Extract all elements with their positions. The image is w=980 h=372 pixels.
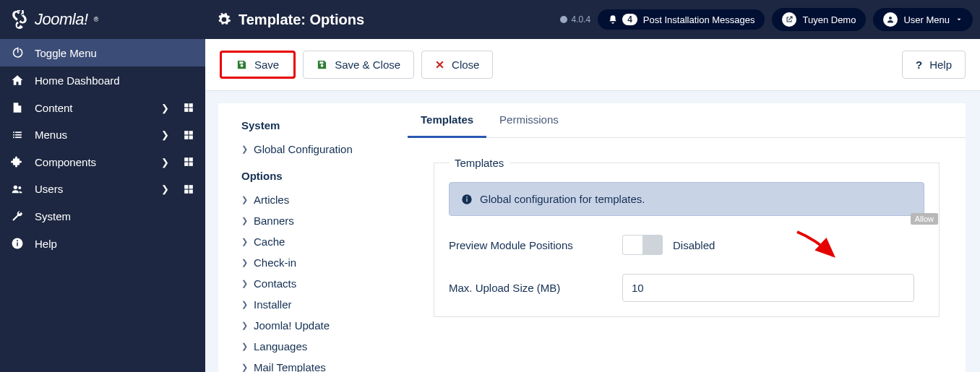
max-upload-input[interactable]	[622, 274, 914, 302]
svg-point-20	[14, 185, 17, 189]
save-button[interactable]: Save	[220, 51, 296, 79]
panel-item-global-config[interactable]: ❯Global Configuration	[241, 139, 408, 160]
chevron-right-icon: ❯	[241, 144, 248, 154]
help-button[interactable]: ? Help	[902, 51, 966, 79]
tab-bar: Templates Permissions	[408, 103, 966, 138]
chevron-right-icon: ❯	[241, 279, 248, 288]
tab-templates[interactable]: Templates	[408, 103, 486, 138]
chevron-right-icon: ❯	[241, 237, 248, 246]
svg-rect-3	[189, 103, 193, 107]
svg-rect-17	[189, 157, 193, 161]
sidebar-item-label: Home Dashboard	[35, 74, 120, 87]
svg-rect-5	[189, 108, 193, 112]
svg-rect-30	[466, 198, 467, 202]
demo-link-button[interactable]: Tuyen Demo	[772, 8, 866, 31]
sidebar-item-users[interactable]: Users ❯	[0, 176, 205, 202]
panel-item[interactable]: ❯Languages	[241, 336, 408, 357]
svg-rect-25	[189, 189, 193, 193]
sidebar-item-system[interactable]: System	[0, 202, 205, 230]
sidebar-item-home-dashboard[interactable]: Home Dashboard	[0, 66, 205, 94]
sidebar-item-help[interactable]: Help	[0, 230, 205, 257]
chevron-right-icon: ❯	[241, 363, 248, 372]
sidebar-item-label: System	[35, 210, 71, 222]
sidebar: Toggle Menu Home Dashboard Content ❯ Men…	[0, 39, 205, 372]
sidebar-item-toggle-menu[interactable]: Toggle Menu	[0, 39, 205, 66]
page-title: Template: Options	[205, 12, 364, 28]
sidebar-item-components[interactable]: Components ❯	[0, 148, 205, 176]
grid-icon[interactable]	[184, 103, 194, 113]
sidebar-item-label: Toggle Menu	[35, 47, 97, 59]
svg-point-1	[889, 17, 892, 20]
notifications-button[interactable]: 4 Post Installation Messages	[598, 9, 765, 30]
external-link-icon	[785, 15, 794, 24]
panel-item[interactable]: ❯Joomla! Update	[241, 315, 408, 336]
grid-icon[interactable]	[184, 130, 194, 140]
user-icon	[886, 15, 895, 24]
panel-item[interactable]: ❯Installer	[241, 294, 408, 315]
svg-point-28	[17, 240, 18, 241]
allow-badge: Allow	[911, 213, 938, 225]
save-icon	[317, 59, 327, 70]
sidebar-item-menus[interactable]: Menus ❯	[0, 121, 205, 148]
sidebar-item-label: Components	[35, 156, 96, 168]
panel-item[interactable]: ❯Mail Templates	[241, 357, 408, 372]
gear-icon	[217, 12, 231, 27]
sidebar-item-label: Users	[35, 183, 63, 195]
chevron-right-icon: ❯	[241, 258, 248, 267]
toggle-state-text: Disabled	[673, 239, 715, 251]
joomla-mini-icon	[559, 15, 568, 24]
joomla-icon	[10, 10, 29, 29]
users-icon	[10, 183, 25, 195]
sidebar-item-label: Help	[35, 238, 57, 250]
close-icon	[435, 60, 444, 69]
chevron-right-icon: ❯	[161, 183, 169, 194]
sidebar-item-content[interactable]: Content ❯	[0, 94, 205, 121]
svg-rect-2	[184, 103, 188, 107]
info-circle-icon	[461, 194, 473, 205]
chevron-right-icon: ❯	[241, 300, 248, 309]
panel-item[interactable]: ❯Contacts	[241, 273, 408, 294]
home-icon	[10, 74, 25, 87]
sidebar-item-label: Menus	[35, 129, 67, 141]
svg-rect-4	[184, 108, 188, 112]
svg-rect-27	[17, 243, 18, 246]
info-icon	[10, 237, 25, 250]
panel-item[interactable]: ❯Cache	[241, 231, 408, 252]
fieldset-legend: Templates	[449, 157, 510, 169]
svg-rect-10	[13, 137, 14, 138]
preview-positions-toggle[interactable]	[622, 235, 663, 255]
panel-heading-options: Options	[241, 170, 408, 182]
chevron-right-icon: ❯	[241, 216, 248, 225]
chevron-right-icon: ❯	[241, 342, 248, 351]
save-close-button[interactable]: Save & Close	[303, 51, 414, 79]
grid-icon[interactable]	[184, 157, 194, 167]
chevron-right-icon: ❯	[161, 103, 169, 113]
svg-rect-18	[184, 163, 188, 166]
wrench-icon	[10, 209, 25, 222]
grid-icon[interactable]	[184, 184, 194, 194]
user-menu-button[interactable]: User Menu	[873, 8, 973, 31]
svg-rect-12	[184, 131, 188, 134]
chevron-down-icon	[955, 16, 963, 23]
joomla-logo[interactable]: Joomla!®	[0, 10, 205, 29]
chevron-right-icon: ❯	[161, 157, 169, 168]
svg-rect-11	[15, 137, 22, 138]
panel-item[interactable]: ❯Articles	[241, 189, 408, 210]
svg-rect-19	[189, 163, 193, 166]
chevron-right-icon: ❯	[161, 129, 169, 140]
svg-rect-13	[189, 131, 193, 134]
svg-rect-6	[13, 131, 14, 133]
svg-rect-23	[189, 185, 193, 189]
panel-item[interactable]: ❯Banners	[241, 210, 408, 231]
tab-permissions[interactable]: Permissions	[486, 103, 572, 137]
svg-rect-8	[13, 134, 14, 135]
chevron-right-icon: ❯	[241, 195, 248, 204]
templates-fieldset: Templates Global configuration for templ…	[434, 157, 940, 317]
svg-rect-24	[184, 189, 188, 193]
panel-item[interactable]: ❯Check-in	[241, 252, 408, 273]
close-button[interactable]: Close	[421, 51, 493, 79]
question-icon: ?	[916, 59, 922, 71]
svg-point-31	[466, 196, 468, 197]
file-icon	[10, 101, 25, 114]
panel-heading-system: System	[241, 119, 408, 131]
